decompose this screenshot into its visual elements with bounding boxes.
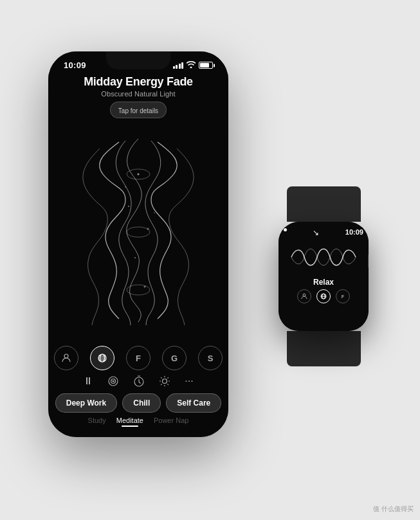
chill-button[interactable]: Chill bbox=[122, 393, 161, 413]
watch-body: ↘ 10:09 Relax bbox=[278, 222, 369, 331]
iphone-screen: 10:09 bbox=[48, 51, 228, 437]
wave-svg bbox=[61, 129, 215, 335]
status-time: 10:09 bbox=[64, 60, 86, 70]
watch-icon-person[interactable] bbox=[297, 289, 311, 303]
svg-point-1 bbox=[128, 206, 129, 207]
apple-watch: ↘ 10:09 Relax bbox=[266, 186, 381, 321]
wave-visualization bbox=[48, 118, 228, 346]
svg-point-18 bbox=[113, 381, 114, 382]
watch-arrow-icon: ↘ bbox=[313, 228, 319, 237]
app-subtitle: Obscured Natural Light bbox=[101, 90, 175, 98]
svg-point-3 bbox=[134, 257, 136, 258]
svg-line-27 bbox=[161, 384, 162, 384]
svg-point-9 bbox=[127, 285, 150, 295]
status-icons bbox=[173, 61, 214, 70]
watermark: 值 什么值得买 bbox=[373, 505, 414, 514]
sun-icon[interactable] bbox=[159, 375, 170, 387]
tab-meditate[interactable]: Meditate bbox=[116, 417, 143, 427]
deep-work-button[interactable]: Deep Work bbox=[55, 393, 117, 413]
svg-line-28 bbox=[168, 377, 169, 378]
watch-icon-globe[interactable] bbox=[316, 289, 331, 303]
scene: 10:09 bbox=[0, 0, 420, 520]
controls-row: ⏸ bbox=[83, 375, 193, 387]
signal-icon bbox=[173, 62, 184, 69]
svg-point-10 bbox=[64, 354, 68, 358]
svg-point-17 bbox=[111, 379, 116, 384]
watch-wave-svg bbox=[285, 240, 362, 275]
timer-icon[interactable] bbox=[133, 375, 145, 387]
watch-time: 10:09 bbox=[345, 228, 363, 237]
more-icon[interactable]: ··· bbox=[185, 375, 193, 387]
wifi-icon bbox=[187, 61, 196, 70]
iphone: 10:09 bbox=[48, 51, 228, 437]
bottom-buttons: Deep Work Chill Self Care bbox=[55, 393, 222, 413]
bottom-tabs: Study Meditate Power Nap bbox=[88, 417, 189, 437]
svg-point-0 bbox=[138, 174, 140, 175]
app-content: Midday Energy Fade Obscured Natural Ligh… bbox=[48, 70, 228, 437]
watch-strap-bottom bbox=[287, 331, 361, 366]
watch-icons: F bbox=[297, 289, 350, 303]
tab-power-nap[interactable]: Power Nap bbox=[154, 417, 188, 427]
watch-status-bar: ↘ 10:09 bbox=[284, 228, 363, 237]
target-icon[interactable] bbox=[107, 375, 119, 387]
watch-crown bbox=[368, 254, 369, 268]
iphone-notch bbox=[106, 51, 170, 69]
svg-point-6 bbox=[154, 212, 155, 213]
mode-icon-s[interactable]: S bbox=[198, 346, 223, 370]
svg-line-25 bbox=[161, 377, 162, 378]
svg-line-26 bbox=[168, 384, 169, 384]
mode-icon-f[interactable]: F bbox=[126, 346, 151, 370]
watch-icon-f[interactable]: F bbox=[336, 289, 350, 303]
svg-point-16 bbox=[109, 377, 118, 386]
watch-dot bbox=[284, 228, 287, 231]
mode-icons-row: F G S bbox=[54, 346, 223, 370]
mode-icon-g[interactable]: G bbox=[162, 346, 187, 370]
battery-icon bbox=[199, 62, 213, 69]
pause-icon[interactable]: ⏸ bbox=[83, 375, 93, 387]
svg-point-29 bbox=[303, 294, 306, 296]
svg-point-8 bbox=[127, 227, 150, 237]
self-care-button[interactable]: Self Care bbox=[166, 393, 221, 413]
watch-app-title: Relax bbox=[313, 278, 334, 287]
app-title: Midday Energy Fade bbox=[84, 75, 193, 89]
mode-icon-person[interactable] bbox=[54, 346, 78, 370]
svg-point-20 bbox=[163, 379, 167, 384]
tab-study[interactable]: Study bbox=[88, 417, 106, 427]
tap-details-button[interactable]: Tap for details bbox=[110, 102, 167, 118]
watch-screen: ↘ 10:09 Relax bbox=[278, 222, 369, 331]
mode-icon-globe[interactable] bbox=[90, 346, 114, 370]
watch-strap-top bbox=[287, 186, 361, 222]
